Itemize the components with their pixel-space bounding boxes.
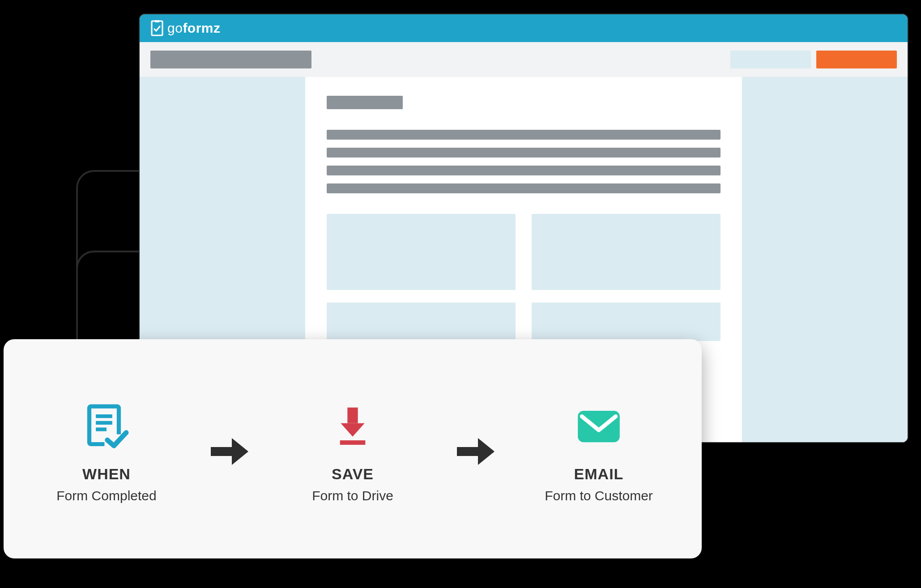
brand: goformz: [150, 20, 221, 36]
app-titlebar: goformz: [140, 14, 908, 42]
flow-step-when: WHEN Form Completed: [35, 400, 178, 503]
automation-flow-card: WHEN Form Completed SAVE Form to Drive: [4, 339, 702, 558]
toolbar-title-placeholder: [150, 51, 311, 68]
app-toolbar: [140, 42, 908, 77]
flow-step-subtitle: Form to Drive: [312, 488, 393, 503]
toolbar-secondary-button[interactable]: [730, 51, 811, 68]
svg-rect-8: [340, 440, 366, 445]
content-card-grid: [327, 214, 721, 341]
content-title-placeholder: [327, 96, 403, 109]
text-line-placeholder: [327, 130, 721, 140]
mail-icon: [572, 400, 626, 454]
svg-rect-0: [152, 21, 162, 35]
arrow-right-icon: [205, 427, 254, 476]
toolbar-primary-button[interactable]: [816, 51, 897, 68]
flow-step-subtitle: Form to Customer: [545, 488, 653, 503]
flow-step-subtitle: Form Completed: [56, 488, 156, 503]
text-line-placeholder: [327, 166, 721, 175]
flow-step-title: SAVE: [332, 465, 374, 483]
form-check-icon: [80, 400, 133, 454]
brand-name: goformz: [167, 21, 221, 36]
brand-name-prefix: go: [167, 21, 183, 35]
brand-logo-icon: [150, 20, 164, 36]
flow-step-title: WHEN: [82, 465, 131, 483]
flow-step-email: EMAIL Form to Customer: [527, 400, 670, 503]
content-card: [532, 303, 721, 341]
app-sidebar-right: [742, 77, 908, 442]
svg-rect-1: [155, 20, 159, 22]
content-card: [327, 303, 516, 341]
flow-step-title: EMAIL: [574, 465, 624, 483]
download-icon: [326, 400, 379, 454]
text-line-placeholder: [327, 183, 721, 193]
brand-name-suffix: formz: [183, 21, 220, 35]
svg-rect-9: [578, 411, 620, 442]
content-card: [532, 214, 721, 290]
flow-step-save: SAVE Form to Drive: [281, 400, 424, 503]
svg-rect-7: [347, 407, 358, 423]
arrow-right-icon: [451, 427, 500, 476]
content-card: [327, 214, 516, 290]
text-line-placeholder: [327, 148, 721, 158]
content-paragraph: [327, 130, 721, 193]
